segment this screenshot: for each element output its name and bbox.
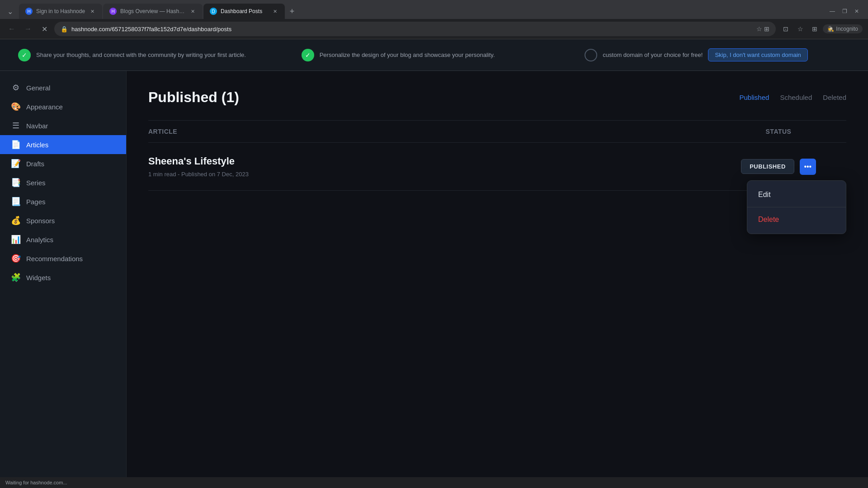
- sidebar-item-pages[interactable]: 📃 Pages: [0, 192, 126, 211]
- tab-blogs-overview[interactable]: H Blogs Overview — Hashnode ✕: [103, 4, 203, 19]
- browser-actions: ⊡ ☆ ⊞ 🕵 Incognito: [779, 23, 863, 35]
- back-btn[interactable]: ←: [5, 23, 18, 35]
- articles-icon: 📄: [11, 140, 21, 150]
- omnibar-row: ← → ✕ 🔒 hashnode.com/6571258037f7fa8c152…: [0, 19, 868, 39]
- close-btn[interactable]: ✕: [854, 8, 859, 14]
- main-content: Published (1) Published Scheduled Delete…: [127, 71, 868, 488]
- tab-favicon-2: H: [109, 8, 117, 15]
- drafts-icon: 📝: [11, 159, 21, 169]
- star-icon[interactable]: ☆: [756, 25, 762, 33]
- sidebar-label-articles: Articles: [26, 141, 48, 149]
- cast-btn[interactable]: ⊡: [779, 23, 792, 35]
- sidebar-label-drafts: Drafts: [26, 160, 44, 168]
- sidebar-label-general: General: [26, 84, 50, 92]
- sidebar-item-drafts[interactable]: 📝 Drafts: [0, 154, 126, 173]
- recommendations-icon: 🎯: [11, 253, 21, 263]
- maximize-btn[interactable]: ❐: [842, 8, 847, 14]
- col-article-header: Article: [148, 128, 711, 135]
- sidebar-item-widgets[interactable]: 🧩 Widgets: [0, 268, 126, 287]
- table-header: Article Status: [148, 121, 846, 143]
- article-info: Sheena's Lifestyle 1 min read - Publishe…: [148, 155, 711, 178]
- browser-chrome: ⌄ H Sign in to Hashnode ✕ H Blogs Overvi…: [0, 0, 868, 39]
- tab-title-2: Blogs Overview — Hashnode: [120, 8, 185, 14]
- tab-favicon-3: D: [210, 8, 217, 15]
- posts-table: Article Status Sheena's Lifestyle 1 min …: [148, 120, 846, 191]
- banner-item-2: ✓ Personalize the design of your blog an…: [302, 49, 567, 61]
- tab-close-1[interactable]: ✕: [89, 8, 96, 15]
- sidebar-item-general[interactable]: ⚙ General: [0, 78, 126, 97]
- forward-btn[interactable]: →: [22, 23, 34, 35]
- general-icon: ⚙: [11, 83, 21, 93]
- tab-close-2[interactable]: ✕: [189, 8, 196, 15]
- omnibar-url: hashnode.com/6571258037f7fa8c152d7d7e/da…: [71, 26, 753, 33]
- dropdown-menu: Edit Delete: [747, 180, 846, 234]
- sidebar: ⚙ General 🎨 Appearance ☰ Navbar 📄 Articl…: [0, 71, 127, 488]
- sidebar-item-articles[interactable]: 📄 Articles: [0, 135, 126, 154]
- reload-btn[interactable]: ✕: [38, 23, 51, 35]
- analytics-icon: 📊: [11, 235, 21, 244]
- navbar-icon: ☰: [11, 121, 21, 131]
- pages-icon: 📃: [11, 197, 21, 206]
- banner-text-1: Share your thoughts, and connect with th…: [36, 52, 246, 58]
- incognito-badge: 🕵 Incognito: [823, 24, 863, 33]
- skip-custom-domain-button[interactable]: Skip, I don't want custom domain: [708, 48, 807, 61]
- filter-deleted[interactable]: Deleted: [823, 94, 846, 101]
- banner-item-1: ✓ Share your thoughts, and connect with …: [18, 49, 283, 61]
- appearance-icon: 🎨: [11, 102, 21, 112]
- article-title: Sheena's Lifestyle: [148, 155, 711, 167]
- more-options-button[interactable]: •••: [800, 159, 816, 175]
- tab-dropdown-btn[interactable]: ⌄: [4, 5, 16, 18]
- minimize-btn[interactable]: —: [830, 8, 835, 14]
- top-banner: ✓ Share your thoughts, and connect with …: [0, 39, 868, 71]
- dropdown-divider: [747, 207, 846, 207]
- filter-scheduled[interactable]: Scheduled: [780, 94, 812, 101]
- extension-icon[interactable]: ⊞: [764, 25, 769, 33]
- tab-dashboard-posts[interactable]: D Dashboard Posts ✕: [203, 4, 285, 19]
- filter-published[interactable]: Published: [740, 94, 769, 101]
- sidebar-label-analytics: Analytics: [26, 236, 53, 244]
- sidebar-item-series[interactable]: 📑 Series: [0, 173, 126, 192]
- main-layout: ⚙ General 🎨 Appearance ☰ Navbar 📄 Articl…: [0, 71, 868, 488]
- sidebar-label-widgets: Widgets: [26, 274, 51, 282]
- sidebar-item-recommendations[interactable]: 🎯 Recommendations: [0, 249, 126, 268]
- omnibar[interactable]: 🔒 hashnode.com/6571258037f7fa8c152d7d7e/…: [54, 22, 776, 36]
- profile-btn[interactable]: ⊞: [808, 23, 821, 35]
- new-tab-button[interactable]: +: [286, 5, 298, 18]
- lock-icon: 🔒: [61, 26, 68, 33]
- sidebar-item-navbar[interactable]: ☰ Navbar: [0, 116, 126, 135]
- more-options-icon: •••: [804, 163, 811, 171]
- widgets-icon: 🧩: [11, 272, 21, 282]
- banner-text-2: Personalize the design of your blog and …: [320, 52, 495, 58]
- sidebar-label-recommendations: Recommendations: [26, 255, 83, 263]
- page-title: Published (1): [148, 89, 239, 106]
- status-text: Waiting for hashnode.com...: [5, 480, 67, 485]
- banner-check-3: [585, 49, 597, 61]
- sidebar-item-sponsors[interactable]: 💰 Sponsors: [0, 211, 126, 230]
- dropdown-delete[interactable]: Delete: [747, 209, 846, 230]
- omnibar-action-icons: ☆ ⊞: [756, 25, 769, 33]
- dropdown-edit[interactable]: Edit: [747, 184, 846, 205]
- status-badge: PUBLISHED: [741, 159, 794, 174]
- incognito-icon: 🕵: [827, 26, 834, 32]
- banner-item-3: custom domain of your choice for free! S…: [585, 48, 850, 61]
- article-actions: PUBLISHED ••• Edit Delete: [711, 159, 846, 175]
- tab-bar: ⌄ H Sign in to Hashnode ✕ H Blogs Overvi…: [0, 0, 868, 19]
- tab-signin[interactable]: H Sign in to Hashnode ✕: [19, 4, 102, 19]
- sidebar-item-analytics[interactable]: 📊 Analytics: [0, 230, 126, 249]
- tab-close-3[interactable]: ✕: [271, 8, 278, 15]
- sidebar-item-appearance[interactable]: 🎨 Appearance: [0, 97, 126, 116]
- sidebar-label-navbar: Navbar: [26, 122, 48, 130]
- col-status-header: Status: [711, 128, 846, 135]
- status-bar: Waiting for hashnode.com...: [0, 477, 868, 488]
- series-icon: 📑: [11, 178, 21, 188]
- tab-title-1: Sign in to Hashnode: [36, 8, 85, 14]
- banner-check-2: ✓: [302, 49, 314, 61]
- window-controls: — ❐ ✕: [830, 8, 864, 14]
- sponsors-icon: 💰: [11, 216, 21, 225]
- posts-header: Published (1) Published Scheduled Delete…: [148, 89, 846, 106]
- incognito-label: Incognito: [836, 26, 858, 32]
- tab-title-3: Dashboard Posts: [221, 8, 268, 14]
- posts-filters: Published Scheduled Deleted: [740, 94, 847, 101]
- bookmark-btn[interactable]: ☆: [794, 23, 807, 35]
- sidebar-label-appearance: Appearance: [26, 103, 63, 111]
